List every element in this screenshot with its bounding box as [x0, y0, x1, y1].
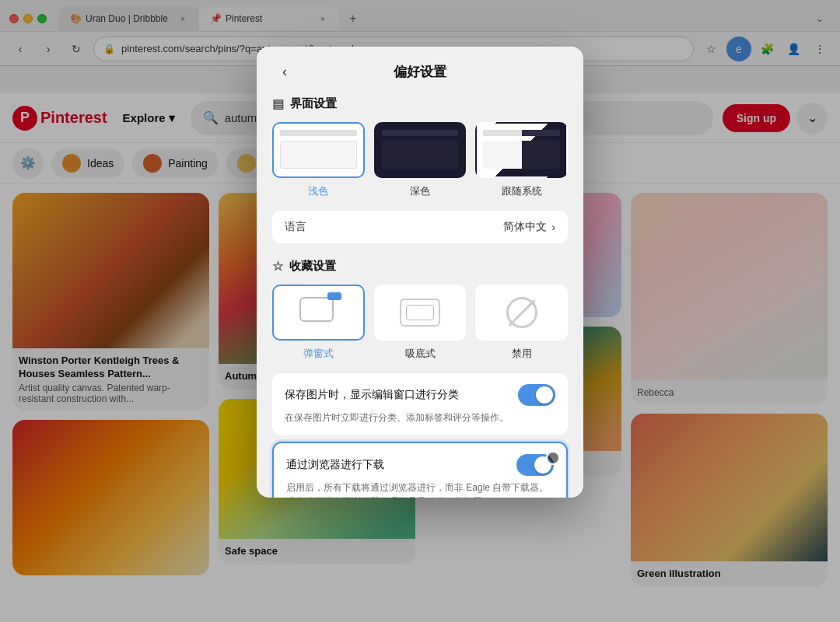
save-image-toggle-header: 保存图片时，显示编辑窗口进行分类 [285, 384, 555, 406]
language-value-text: 简体中文 [503, 220, 547, 234]
favorites-section-header: ☆ 收藏设置 [272, 259, 568, 274]
modal-overlay[interactable]: ‹ 偏好设置 ▤ 界面设置 浅色 [0, 0, 840, 622]
browser-download-toggle-row: 通过浏览器进行下载 启用后，所有下载将通过浏览器进行，而非 Eagle 自带下载… [272, 442, 568, 498]
theme-label-system: 跟随系统 [502, 184, 542, 198]
theme-preview-system [475, 122, 568, 178]
fav-preview-dock [374, 285, 467, 341]
favorites-section: ☆ 收藏设置 弹窗式 [272, 259, 568, 498]
theme-grid: 浅色 深色 跟随系统 [272, 122, 568, 198]
appearance-section-label: 界面设置 [290, 96, 337, 111]
modal-title: 偏好设置 [297, 63, 543, 81]
save-image-toggle-desc: 在保存图片时立即进行分类、添加标签和评分等操作。 [285, 411, 555, 425]
save-image-toggle[interactable] [518, 384, 555, 406]
language-value[interactable]: 简体中文 › [503, 220, 555, 234]
fav-option-popup[interactable]: 弹窗式 [272, 285, 365, 361]
fav-option-dock[interactable]: 吸底式 [374, 285, 467, 361]
browser-download-toggle-desc: 启用后，所有下载将通过浏览器进行，而非 Eagle 自带下载器。这有助于避免因浏… [286, 480, 554, 498]
theme-option-dark[interactable]: 深色 [374, 122, 467, 198]
theme-option-light[interactable]: 浅色 [272, 122, 365, 198]
fav-popup-tab [327, 292, 341, 300]
fav-label-dock: 吸底式 [405, 347, 436, 361]
language-row[interactable]: 语言 简体中文 › [272, 211, 568, 243]
language-chevron-icon: › [551, 221, 555, 233]
appearance-section: ▤ 界面设置 浅色 深色 [272, 96, 568, 243]
fav-preview-popup [272, 285, 365, 341]
save-image-toggle-row: 保存图片时，显示编辑窗口进行分类 在保存图片时立即进行分类、添加标签和评分等操作… [272, 373, 568, 435]
language-label: 语言 [285, 220, 306, 234]
fav-ban-visual [506, 297, 537, 328]
theme-label-light: 浅色 [308, 184, 328, 198]
modal-back-button[interactable]: ‹ [272, 59, 297, 84]
browser-download-toggle[interactable] [516, 454, 554, 476]
fav-option-disabled[interactable]: 禁用 [475, 285, 568, 361]
theme-option-system[interactable]: 跟随系统 [475, 122, 568, 198]
theme-preview-dark [374, 122, 467, 178]
fav-dock-inner [406, 305, 434, 320]
save-image-toggle-label: 保存图片时，显示编辑窗口进行分类 [285, 388, 459, 402]
theme-preview-light [272, 122, 365, 178]
favorites-section-icon: ☆ [272, 259, 283, 274]
preferences-modal: ‹ 偏好设置 ▤ 界面设置 浅色 [257, 47, 583, 498]
fav-label-disabled: 禁用 [512, 347, 532, 361]
favorites-section-label: 收藏设置 [289, 259, 336, 274]
modal-header: ‹ 偏好设置 [257, 47, 583, 96]
browser-download-toggle-header: 通过浏览器进行下载 [286, 454, 554, 476]
appearance-section-icon: ▤ [272, 96, 284, 111]
fav-popup-visual [299, 297, 337, 328]
fav-ban-line [508, 299, 535, 327]
modal-body: ▤ 界面设置 浅色 深色 [257, 96, 583, 498]
theme-label-dark: 深色 [410, 184, 430, 198]
appearance-section-header: ▤ 界面设置 [272, 96, 568, 111]
browser-download-toggle-label: 通过浏览器进行下载 [286, 458, 384, 472]
fav-popup-box [299, 297, 334, 322]
favorites-grid: 弹窗式 吸底式 [272, 285, 568, 361]
fav-dock-visual [400, 299, 440, 327]
fav-preview-disabled [475, 285, 568, 341]
fav-label-popup: 弹窗式 [303, 347, 334, 361]
cursor-on-toggle [546, 451, 560, 465]
